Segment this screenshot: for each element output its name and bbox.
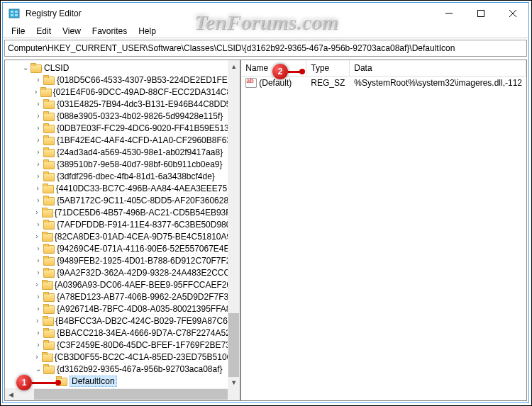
menu-file[interactable]: File bbox=[6, 25, 31, 38]
tree-item-label: {71DCE5D6-4B57-496B-AC21-CD5B54EB93FD} bbox=[55, 208, 240, 218]
tree-item-label: {9489FEB2-1925-4D01-B788-6D912C70F7F2} bbox=[57, 256, 234, 266]
maximize-button[interactable] bbox=[465, 3, 497, 24]
tree-item-label: {A0396A93-DC06-4AEF-BEE9-95FFCCAEF20E} bbox=[55, 280, 240, 290]
expand-icon[interactable]: › bbox=[33, 184, 43, 192]
column-type[interactable]: Type bbox=[306, 60, 350, 76]
tree-item[interactable]: ›{24ad3ad4-a569-4530-98e1-ab02f9417aa8} bbox=[5, 146, 240, 158]
expand-icon[interactable]: › bbox=[32, 281, 41, 288]
tree-item[interactable]: ›{71DCE5D6-4B57-496B-AC21-CD5B54EB93FD} bbox=[5, 206, 240, 218]
value-row[interactable]: (Default) REG_SZ %SystemRoot%\system32\i… bbox=[241, 77, 526, 89]
tree-item[interactable]: ›{A926714B-7BFC-4D08-A035-80021395FFA8} bbox=[5, 303, 240, 315]
expand-icon[interactable]: › bbox=[33, 317, 43, 325]
titlebar[interactable]: Registry Editor bbox=[3, 3, 528, 24]
tree-item[interactable]: ›{CB3D0F55-BC2C-4C1A-85ED-23ED75B5106B} bbox=[5, 351, 240, 363]
expand-icon[interactable]: › bbox=[33, 244, 43, 252]
scroll-thumb[interactable] bbox=[34, 389, 233, 400]
expand-icon[interactable]: › bbox=[33, 269, 43, 276]
folder-icon bbox=[43, 292, 55, 302]
tree-item[interactable]: DefaultIcon bbox=[5, 375, 240, 387]
expand-icon[interactable]: › bbox=[33, 160, 43, 168]
expand-icon[interactable]: › bbox=[33, 329, 43, 337]
tree-item[interactable]: ›{A78ED123-AB77-406B-9962-2A5D9D2F7F30} bbox=[5, 291, 240, 303]
expand-icon[interactable]: › bbox=[33, 220, 43, 228]
expand-icon[interactable]: › bbox=[31, 88, 40, 96]
collapse-icon[interactable]: ⌄ bbox=[21, 64, 31, 72]
expand-icon[interactable]: › bbox=[33, 293, 43, 300]
menu-help[interactable]: Help bbox=[133, 25, 162, 38]
address-input[interactable] bbox=[8, 43, 523, 53]
tree-item-label: {BBACC218-34EA-4666-9D7A-C78F2274A524} bbox=[57, 328, 238, 338]
expand-icon[interactable]: › bbox=[33, 341, 43, 349]
expand-icon[interactable]: › bbox=[33, 136, 43, 144]
tree-item[interactable]: ⌄{d3162b92-9365-467a-956b-92703aca08af} bbox=[5, 363, 240, 375]
folder-icon bbox=[43, 244, 55, 254]
tree-vertical-scrollbar[interactable]: ▲ ▼ bbox=[228, 60, 240, 388]
tree-item[interactable]: ⌄CLSID bbox=[5, 62, 240, 74]
tree-item[interactable]: ›{031E4825-7B94-4dc3-B131-E946B44C8DD5} bbox=[5, 98, 240, 110]
close-button[interactable] bbox=[497, 3, 528, 24]
tree-item[interactable]: ›{3dfdf296-dbec-4fb4-81d1-6a3438bcf4de} bbox=[5, 170, 240, 182]
expand-icon[interactable]: › bbox=[33, 112, 43, 120]
tree-item[interactable]: ›{018D5C66-4533-4307-9B53-224DE2ED1FE6} bbox=[5, 74, 240, 86]
tree-item[interactable]: ›{7AFDFDDB-F914-11E4-8377-6C3BE50D980C} bbox=[5, 218, 240, 230]
expand-icon[interactable]: › bbox=[33, 76, 43, 84]
scroll-down-button[interactable]: ▼ bbox=[228, 376, 240, 388]
menu-view[interactable]: View bbox=[57, 25, 87, 38]
minimize-button[interactable] bbox=[433, 3, 465, 24]
expand-icon[interactable]: › bbox=[32, 353, 41, 361]
tree-item[interactable]: ›{021E4F06-9DCC-49AD-88CF-ECC2DA314C8A} bbox=[5, 86, 240, 98]
tree-item[interactable]: ›{82CA8DE3-01AD-4CEA-9D75-BE4C51810A9E} bbox=[5, 230, 240, 242]
folder-icon bbox=[42, 352, 52, 362]
tree-item-label: {021E4F06-9DCC-49AD-88CF-ECC2DA314C8A} bbox=[53, 87, 240, 97]
tree-item[interactable]: ›{088e3905-0323-4b02-9826-5d99428e115f} bbox=[5, 110, 240, 122]
tree-item-label: {82CA8DE3-01AD-4CEA-9D75-BE4C51810A9E} bbox=[55, 232, 240, 242]
tree-item[interactable]: ›{9489FEB2-1925-4D01-B788-6D912C70F7F2} bbox=[5, 254, 240, 266]
tree-item[interactable]: ›{389510b7-9e58-40d7-98bf-60b911cb0ea9} bbox=[5, 158, 240, 170]
tree-item[interactable]: ›{94269C4E-071A-4116-90E6-52E557067E4E} bbox=[5, 242, 240, 254]
tree-horizontal-scrollbar[interactable]: ◀ ▶ bbox=[5, 388, 228, 400]
expand-icon[interactable]: › bbox=[33, 172, 43, 180]
tree-item-label: {d3162b92-9365-467a-956b-92703aca08af} bbox=[57, 364, 223, 374]
expand-icon[interactable]: › bbox=[33, 124, 43, 132]
tree-item[interactable]: ›{BBACC218-34EA-4666-9D7A-C78F2274A524} bbox=[5, 327, 240, 339]
tree-item-label: {0DB7E03F-FC29-4DC6-9020-FF41B59E513A} bbox=[57, 123, 238, 133]
tree-pane[interactable]: ⌄CLSID›{018D5C66-4533-4307-9B53-224DE2ED… bbox=[4, 60, 240, 401]
svg-rect-4 bbox=[15, 14, 18, 16]
folder-icon bbox=[43, 159, 55, 169]
tree-item-label: {9AA2F32D-362A-42D9-9328-24A483E2CCC3} bbox=[57, 268, 238, 278]
folder-icon bbox=[43, 75, 55, 85]
folder-icon bbox=[43, 99, 55, 109]
annotation-callout-2: 2 bbox=[272, 64, 288, 79]
collapse-icon[interactable]: ⌄ bbox=[33, 365, 43, 373]
address-bar[interactable] bbox=[4, 40, 527, 57]
tree-item-label: {4410DC33-BC7C-496B-AA84-4AEA3EEE75F7} bbox=[56, 184, 240, 193]
menu-favorites[interactable]: Favorites bbox=[87, 25, 133, 38]
scroll-thumb[interactable] bbox=[228, 313, 239, 377]
column-data[interactable]: Data bbox=[350, 60, 526, 76]
scroll-up-button[interactable]: ▲ bbox=[228, 60, 240, 72]
tree-item[interactable]: ›{0DB7E03F-FC29-4DC6-9020-FF41B59E513A} bbox=[5, 122, 240, 134]
expand-icon[interactable]: › bbox=[33, 148, 43, 156]
expand-icon[interactable]: › bbox=[33, 100, 43, 108]
expand-icon[interactable]: › bbox=[33, 196, 43, 204]
tree-item[interactable]: ›{4410DC33-BC7C-496B-AA84-4AEA3EEE75F7} bbox=[5, 182, 240, 194]
folder-icon bbox=[43, 328, 55, 338]
menu-edit[interactable]: Edit bbox=[31, 25, 57, 38]
expand-icon[interactable]: › bbox=[32, 232, 41, 240]
tree-item[interactable]: ›{A0396A93-DC06-4AEF-BEE9-95FFCCAEF20E} bbox=[5, 278, 240, 291]
tree-item[interactable]: ›{9AA2F32D-362A-42D9-9328-24A483E2CCC3} bbox=[5, 266, 240, 278]
svg-rect-2 bbox=[15, 11, 18, 13]
tree-item[interactable]: ›{5AB7172C-9C11-405C-8DD5-AF20F3606282} bbox=[5, 194, 240, 206]
tree-item-label: CLSID bbox=[44, 63, 69, 73]
tree-item-label: {CB3D0F55-BC2C-4C1A-85ED-23ED75B5106B} bbox=[55, 352, 240, 362]
folder-icon bbox=[43, 316, 54, 326]
expand-icon[interactable]: › bbox=[33, 256, 43, 264]
list-pane[interactable]: Name Type Data (Default) REG_SZ %SystemR… bbox=[240, 60, 527, 401]
tree-item[interactable]: ›{B4BFCC3A-DB2C-424C-B029-7FE99A87C641} bbox=[5, 315, 240, 327]
expand-icon[interactable]: › bbox=[32, 208, 41, 216]
tree-item[interactable]: ›{C3F2459E-80D6-45DC-BFEF-1F769F2BE730} bbox=[5, 339, 240, 351]
expand-icon[interactable]: › bbox=[33, 305, 43, 312]
scroll-left-button[interactable]: ◀ bbox=[5, 388, 17, 400]
tree-item[interactable]: ›{1BF42E4C-4AF4-4CFD-A1A0-CF2960B8F63E} bbox=[5, 134, 240, 146]
menubar: File Edit View Favorites Help bbox=[3, 24, 528, 38]
